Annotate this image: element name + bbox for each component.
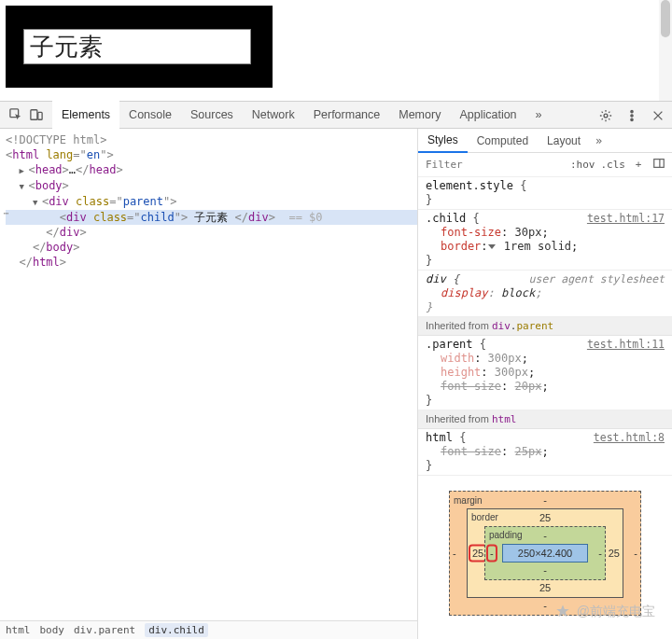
source-link[interactable]: test.html:17: [587, 212, 665, 225]
parent-div: 子元素: [6, 6, 273, 88]
collapse-arrow-icon[interactable]: [19, 178, 28, 194]
child-div: 子元素: [23, 29, 251, 65]
tab-performance[interactable]: Performance: [304, 101, 390, 129]
inherited-from-parent: Inherited from div.parent: [418, 317, 672, 336]
svg-point-5: [631, 115, 633, 117]
crumb-html[interactable]: html: [6, 624, 31, 636]
dom-html-open[interactable]: <html lang="en">: [6, 147, 417, 162]
dom-head[interactable]: <head>…</head>: [6, 162, 417, 178]
svg-point-6: [631, 118, 633, 120]
source-link[interactable]: test.html:11: [587, 338, 665, 351]
close-devtools-icon[interactable]: [648, 105, 668, 126]
hov-toggle[interactable]: :hov: [570, 159, 595, 171]
tabs-overflow[interactable]: »: [526, 101, 552, 129]
rendered-page: 子元素: [0, 0, 672, 101]
dom-doctype[interactable]: <!DOCTYPE html>: [6, 132, 417, 147]
svg-rect-2: [38, 112, 42, 119]
child-text: 子元素: [30, 33, 103, 61]
expand-shorthand-icon[interactable]: [488, 244, 496, 249]
devtools-toolbar: Elements Console Sources Network Perform…: [0, 101, 672, 129]
page-scrollbar[interactable]: [659, 0, 672, 101]
source-link[interactable]: test.html:8: [594, 431, 665, 444]
box-model[interactable]: margin - - - - border 25 25 25 25 padd: [418, 476, 672, 629]
boxmodel-border-label: border: [471, 510, 498, 524]
rule-element-style[interactable]: element.style { }: [418, 177, 672, 210]
tab-application[interactable]: Application: [450, 101, 525, 129]
kebab-menu-icon[interactable]: [622, 105, 642, 126]
tab-styles[interactable]: Styles: [418, 129, 468, 153]
boxmodel-padding-label: padding: [489, 528, 523, 542]
styles-panel: Styles Computed Layout » :hov .cls + ele…: [418, 129, 672, 639]
elements-panel[interactable]: <!DOCTYPE html> <html lang="en"> <head>……: [0, 129, 418, 639]
svg-point-4: [631, 110, 633, 112]
tab-network[interactable]: Network: [243, 101, 304, 129]
boxmodel-margin-label: margin: [454, 493, 483, 507]
rule-html[interactable]: test.html:8 html { font-size: 25px; }: [418, 429, 672, 476]
boxmodel-content: 250×42.400: [502, 544, 588, 563]
svg-rect-1: [31, 110, 37, 120]
dom-parent-open[interactable]: <div class="parent">: [6, 194, 417, 210]
breadcrumb: html body div.parent div.child: [0, 620, 417, 639]
crumb-body[interactable]: body: [40, 624, 65, 636]
svg-point-3: [604, 114, 608, 118]
svg-rect-7: [654, 160, 665, 168]
styles-filter-input[interactable]: [424, 158, 565, 172]
rule-parent[interactable]: test.html:11 .parent { width: 300px; hei…: [418, 336, 672, 410]
device-toolbar-icon[interactable]: [26, 104, 47, 125]
dom-body-open[interactable]: <body>: [6, 178, 417, 194]
devtools-tabs: Elements Console Sources Network Perform…: [52, 101, 552, 129]
dom-parent-close[interactable]: </div>: [6, 225, 417, 240]
cls-toggle[interactable]: .cls: [601, 159, 626, 171]
inherited-from-html: Inherited from html: [418, 410, 672, 429]
tab-computed[interactable]: Computed: [468, 129, 538, 153]
tab-layout[interactable]: Layout: [538, 129, 590, 153]
dom-html-close[interactable]: </html>: [6, 255, 417, 270]
dom-child-selected[interactable]: <div class="child"> 子元素 </div> == $0: [6, 210, 417, 225]
new-style-rule-icon[interactable]: +: [631, 159, 646, 171]
gutter-indicator: ⋯: [0, 206, 13, 221]
rule-ua-div[interactable]: user agent stylesheet div { display: blo…: [418, 271, 672, 317]
toggle-panel-icon[interactable]: [651, 157, 666, 173]
expand-arrow-icon[interactable]: [19, 162, 28, 178]
crumb-parent[interactable]: div.parent: [74, 624, 135, 636]
styles-tabs-overflow[interactable]: »: [590, 134, 608, 147]
crumb-child[interactable]: div.child: [145, 623, 208, 637]
inspect-icon[interactable]: [6, 104, 26, 125]
tab-console[interactable]: Console: [119, 101, 181, 129]
settings-icon[interactable]: [595, 105, 616, 126]
dom-body-close[interactable]: </body>: [6, 240, 417, 255]
rule-child[interactable]: test.html:17 .child { font-size: 30px; b…: [418, 210, 672, 271]
tab-memory[interactable]: Memory: [389, 101, 450, 129]
boxmodel-border-left-highlight: 25: [470, 547, 485, 561]
tab-elements[interactable]: Elements: [52, 101, 119, 129]
tab-sources[interactable]: Sources: [181, 101, 243, 129]
collapse-arrow-icon[interactable]: [33, 194, 42, 210]
